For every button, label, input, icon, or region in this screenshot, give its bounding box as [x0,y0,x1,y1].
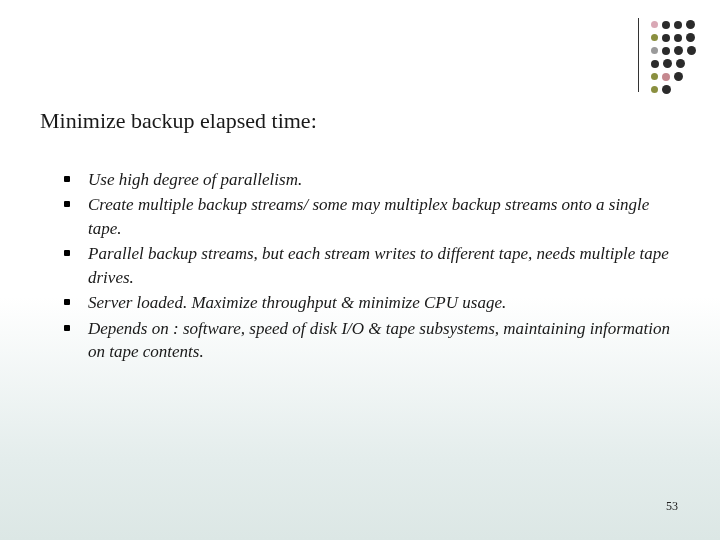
decor-dot [662,47,670,55]
list-item: Use high degree of parallelism. [64,168,672,191]
decor-dot [651,73,658,80]
bullet-list: Use high degree of parallelism. Create m… [40,168,672,364]
decor-dot [687,46,696,55]
slide-title: Minimize backup elapsed time: [40,108,672,134]
decor-dot-grid [651,18,696,94]
decor-dot [662,85,671,94]
decor-dot [676,59,685,68]
decor-dot [651,34,658,41]
decor-dot [663,59,672,68]
decor-dot [662,34,670,42]
decor-dot [651,86,658,93]
list-item: Depends on : software, speed of disk I/O… [64,317,672,364]
decor-dot [674,46,683,55]
decor-dot [651,47,658,54]
slide-body: Minimize backup elapsed time: Use high d… [0,0,720,364]
decor-dot [662,21,670,29]
decor-divider [638,18,639,92]
decor-dot [662,73,670,81]
decor-dot [651,21,658,28]
decor-dot [686,33,695,42]
decor-dot [651,60,659,68]
list-item: Server loaded. Maximize throughput & min… [64,291,672,314]
corner-decoration [638,18,696,94]
page-number: 53 [666,499,678,514]
decor-dot [674,34,682,42]
decor-dot [686,20,695,29]
decor-dot [674,72,683,81]
list-item: Parallel backup streams, but each stream… [64,242,672,289]
list-item: Create multiple backup streams/ some may… [64,193,672,240]
decor-dot [674,21,682,29]
